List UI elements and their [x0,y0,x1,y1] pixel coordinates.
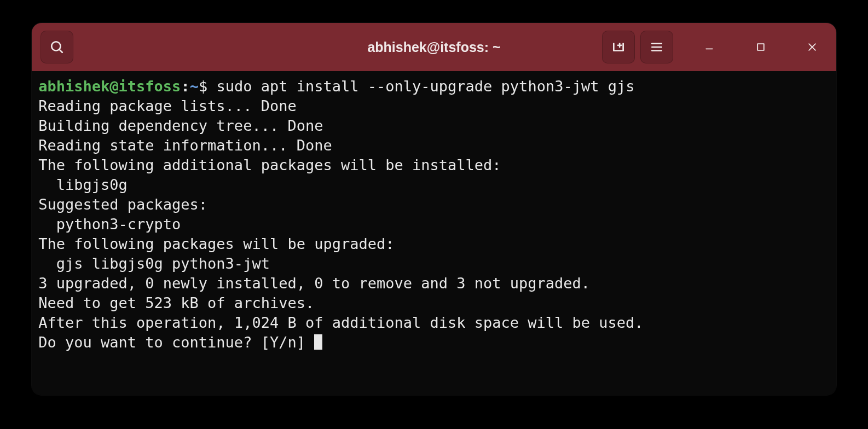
output-line: Need to get 523 kB of archives. [32,293,836,313]
svg-rect-8 [757,44,764,50]
output-line: gjs libgjs0g python3-jwt [32,254,836,274]
terminal-window: abhishek@itsfoss: ~ [32,23,836,395]
titlebar-left [40,31,73,63]
output-line: After this operation, 1,024 B of additio… [32,313,836,333]
new-tab-button[interactable] [602,31,635,63]
command-text: sudo apt install --only-upgrade python3-… [216,78,634,95]
hamburger-icon [650,40,664,54]
output-line: Reading package lists... Done [32,96,836,116]
prompt-colon: : [181,78,189,95]
terminal-body[interactable]: abhishek@itsfoss:~$ sudo apt install --o… [32,71,836,395]
prompt-host: itsfoss [119,78,181,95]
titlebar: abhishek@itsfoss: ~ [32,23,836,71]
prompt-user: abhishek [38,78,109,95]
prompt-path: ~ [190,78,199,95]
prompt-at: @ [109,78,118,95]
maximize-icon [755,42,766,53]
prompt-line: abhishek@itsfoss:~$ sudo apt install --o… [32,77,836,96]
new-tab-icon [611,40,626,54]
maximize-button[interactable] [745,32,776,62]
output-line: libgjs0g [32,175,836,195]
minimize-icon [704,42,715,53]
output-line: python3-crypto [32,215,836,234]
search-button[interactable] [40,31,73,63]
output-line: Do you want to continue? [Y/n] [32,333,836,352]
close-icon [807,42,818,53]
cursor [314,334,322,350]
svg-line-1 [59,49,62,52]
window-title: abhishek@itsfoss: ~ [367,39,500,55]
output-line: Building dependency tree... Done [32,116,836,136]
output-line: The following additional packages will b… [32,155,836,175]
search-icon [50,40,64,54]
menu-button[interactable] [640,31,673,63]
titlebar-right [602,31,828,63]
close-button[interactable] [797,32,828,62]
output-line: The following packages will be upgraded: [32,234,836,254]
prompt-dollar: $ [199,78,207,95]
output-container: Reading package lists... Done Building d… [32,96,836,352]
output-line: 3 upgraded, 0 newly installed, 0 to remo… [32,274,836,293]
output-line: Suggested packages: [32,195,836,215]
output-line: Reading state information... Done [32,136,836,155]
minimize-button[interactable] [694,32,725,62]
